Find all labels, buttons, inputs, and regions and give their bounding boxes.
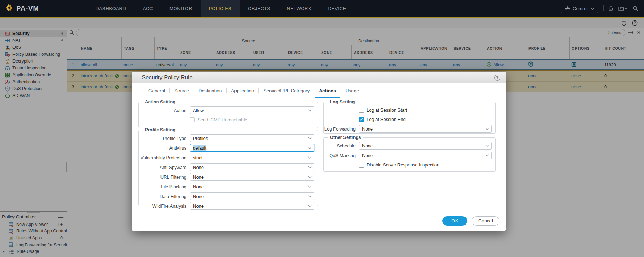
dropdown-value: None <box>193 203 204 209</box>
vulnerability-protection-dropdown[interactable]: strict <box>190 154 314 161</box>
chevron-down-icon <box>485 154 489 157</box>
log-forwarding-dropdown[interactable]: None <box>359 125 492 133</box>
tab-source[interactable]: Source <box>170 83 194 98</box>
url-filtering-label: URL Filtering <box>139 174 190 180</box>
chevron-down-icon <box>308 137 312 140</box>
log-at-session-start-checkbox[interactable] <box>359 108 364 113</box>
search-icon[interactable] <box>633 6 638 11</box>
vulnerability-protection-label: Vulnerability Protection <box>139 155 190 160</box>
antivirus-label: Antivirus <box>139 145 190 151</box>
tab-application[interactable]: Application <box>227 83 258 98</box>
dropdown-value: None <box>193 194 204 199</box>
cancel-button[interactable]: Cancel <box>472 216 499 226</box>
log-at-session-end-checkbox[interactable] <box>359 117 364 122</box>
commit-icon <box>565 6 570 11</box>
dialog-tabs: GeneralSourceDestinationApplicationServi… <box>132 83 506 98</box>
tab-actions[interactable]: Actions <box>314 83 341 98</box>
nav-item-device[interactable]: DEVICE <box>320 0 354 17</box>
log-at-session-start-label: Log at Session Start <box>367 107 407 113</box>
nav-right: Commit <box>561 4 644 13</box>
profile-type-dropdown[interactable]: Profiles <box>190 134 314 142</box>
nav-item-objects[interactable]: OBJECTS <box>240 0 279 17</box>
chevron-down-icon <box>308 147 312 149</box>
file-blocking-label: File Blocking <box>139 184 190 189</box>
log-forwarding-label: Log Forwarding <box>324 126 359 132</box>
anti-spyware-dropdown[interactable]: None <box>190 163 314 171</box>
action-setting-fieldset: Action Setting Action Allow Send ICMP Un… <box>138 102 318 128</box>
profile-type-label: Profile Type <box>139 136 190 141</box>
action-dropdown[interactable]: Allow <box>190 106 314 114</box>
ok-button[interactable]: OK <box>442 216 467 226</box>
divider <box>603 5 604 11</box>
nav-item-acc[interactable]: ACC <box>135 0 161 17</box>
dropdown-value: None <box>362 153 373 158</box>
dropdown-value: None <box>193 184 204 189</box>
dialog-footer: OK Cancel <box>442 216 499 226</box>
tab-general[interactable]: General <box>144 83 169 98</box>
dropdown-value: None <box>362 143 373 149</box>
tab-usage[interactable]: Usage <box>341 83 364 98</box>
dropdown-value: None <box>362 126 373 132</box>
schedule-dropdown[interactable]: None <box>359 142 492 150</box>
app-window: PA-VM DASHBOARDACCMONITORPOLICIESOBJECTS… <box>0 0 644 257</box>
chevron-down-icon <box>485 128 489 130</box>
file-blocking-dropdown[interactable]: None <box>190 183 314 190</box>
chevron-down-icon <box>308 109 312 112</box>
disable-server-response-inspection-label: Disable Server Response Inspection <box>367 162 439 168</box>
url-filtering-dropdown[interactable]: None <box>190 173 314 181</box>
other-settings-fieldset: Other Settings ScheduleNoneQoS MarkingNo… <box>323 137 496 172</box>
security-policy-rule-dialog: Security Policy Rule ? GeneralSourceDest… <box>132 72 506 231</box>
chevron-down-icon <box>308 195 312 198</box>
dialog-help-icon[interactable]: ? <box>494 75 500 81</box>
wildfire-analysis-dropdown[interactable]: None <box>190 202 314 210</box>
send-icmp-checkbox[interactable] <box>190 117 195 122</box>
brand: PA-VM <box>0 3 46 13</box>
tab-service-url-category[interactable]: Service/URL Category <box>259 83 314 98</box>
nav-item-network[interactable]: NETWORK <box>278 0 320 17</box>
qos-marking-dropdown[interactable]: None <box>359 152 492 159</box>
dropdown-value: strict <box>193 155 202 160</box>
dropdown-value: None <box>193 174 204 180</box>
qos-marking-label: QoS Marking <box>324 153 359 158</box>
dropdown-value: default <box>193 145 206 151</box>
schedule-label: Schedule <box>324 143 359 149</box>
chevron-down-icon <box>308 156 312 159</box>
dialog-titlebar: Security Policy Rule ? <box>132 72 506 83</box>
tab-destination[interactable]: Destination <box>194 83 227 98</box>
chevron-down-icon <box>591 6 594 11</box>
log-setting-fieldset: Log Setting Log at Session StartLog at S… <box>323 102 496 134</box>
nav-item-monitor[interactable]: MONITOR <box>161 0 201 17</box>
wildfire-analysis-label: WildFire Analysis <box>139 203 190 209</box>
anti-spyware-label: Anti-Spyware <box>139 165 190 170</box>
action-label: Action <box>139 108 190 113</box>
panw-logo-icon <box>5 3 13 13</box>
device-state-icon[interactable] <box>618 6 628 11</box>
dropdown-value: None <box>193 165 204 170</box>
data-filtering-label: Data Filtering <box>139 194 190 199</box>
dropdown-value: Profiles <box>193 136 208 141</box>
profile-setting-legend: Profile Setting <box>143 127 177 132</box>
dialog-title: Security Policy Rule <box>142 74 193 81</box>
nav-item-policies[interactable]: POLICIES <box>201 0 240 17</box>
action-setting-legend: Action Setting <box>143 99 177 104</box>
chevron-down-icon <box>308 205 312 207</box>
nav-item-dashboard[interactable]: DASHBOARD <box>87 0 134 17</box>
disable-server-response-inspection-checkbox[interactable] <box>359 163 364 168</box>
send-icmp-label: Send ICMP Unreachable <box>197 117 247 122</box>
top-nav: PA-VM DASHBOARDACCMONITORPOLICIESOBJECTS… <box>0 0 644 17</box>
profile-setting-fieldset: Profile Setting Profile TypeProfilesAnti… <box>138 130 318 206</box>
main-menu: DASHBOARDACCMONITORPOLICIESOBJECTSNETWOR… <box>87 0 354 17</box>
log-setting-legend: Log Setting <box>328 99 357 104</box>
lock-icon[interactable] <box>608 6 613 11</box>
chevron-down-icon <box>308 166 312 169</box>
chevron-down-icon <box>308 176 312 178</box>
commit-button[interactable]: Commit <box>561 4 599 13</box>
chevron-down-icon <box>485 145 489 147</box>
brand-name: PA-VM <box>16 4 39 12</box>
data-filtering-dropdown[interactable]: None <box>190 192 314 200</box>
log-at-session-end-label: Log at Session End <box>367 117 406 122</box>
other-settings-legend: Other Settings <box>328 135 363 140</box>
chevron-down-icon <box>308 185 312 188</box>
antivirus-dropdown[interactable]: default <box>190 144 314 152</box>
